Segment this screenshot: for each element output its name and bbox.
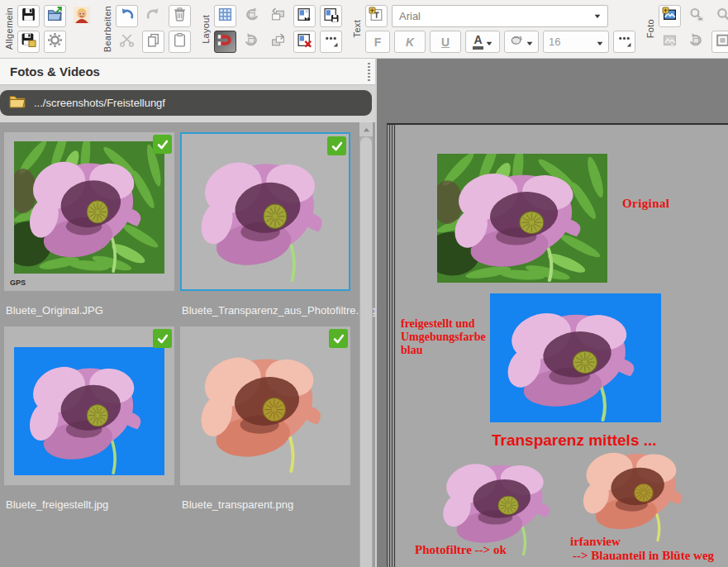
frame-photo-button[interactable] [711,31,728,53]
zoom-minus-icon [688,7,704,26]
album-page-canvas: Original freigestellt und Umgebungsfarbe… [377,59,728,567]
photos-panel-title: Fotos & Videos [0,64,100,79]
bring-forward-icon [270,32,286,51]
bring-forward-button[interactable] [267,31,289,53]
add-text-button[interactable] [365,5,388,27]
folder-path-text: .../screenshots/Freistellungf [34,97,165,109]
fill-color-button[interactable] [504,31,539,53]
toolbar-group-label: Foto [645,19,655,38]
canvas-flower-irfanview[interactable] [569,436,703,542]
canvas-flower-photofiltre[interactable] [428,447,573,556]
save-layout-button[interactable] [320,5,342,27]
add-photo-button[interactable] [659,5,681,27]
canvas-photo-blue-background[interactable] [490,293,661,422]
scrollbar-thumb[interactable] [360,137,372,567]
photo-thumbnail-2[interactable] [180,132,350,291]
font-size-select[interactable]: 16 [543,31,609,53]
apply-layout-button[interactable] [293,5,316,27]
zoom-in-photo-button[interactable] [711,5,728,27]
layout-more-button[interactable] [320,31,342,53]
text-more-button[interactable] [613,31,635,53]
chevron-down-icon[interactable] [597,35,603,50]
checkmark-badge [327,136,346,155]
add-text-icon [369,7,384,26]
photo-thumbnail-4[interactable] [180,326,350,485]
italic-button-label: K [406,36,414,49]
toolbar-group-text: TextArialFKUA16 [348,0,640,58]
annotation-freigestellt[interactable]: freigestellt und Umgebungsfarbe blau [401,317,486,357]
assistant-button[interactable] [70,5,93,27]
photo-cell: Bluete_transparent.png [180,326,350,512]
main-toolbar: AllgemeinBearbeitenLayoutTextArialFKUA16… [0,0,728,59]
annotation-irfanview[interactable]: irfanview [570,535,621,549]
snap-magnet-button[interactable] [214,31,236,53]
canvas-photo-original[interactable] [437,154,607,283]
undo-button[interactable] [116,5,138,27]
layout-save-icon [323,7,339,26]
photo-filename: Bluete_freigestellt.jpg [6,498,174,512]
add-photo-icon [662,7,678,26]
rotate-left-button[interactable] [240,5,263,27]
page-binding-edge [387,125,396,567]
toolbar-group-label: Layout [201,15,211,44]
folder-path-bar[interactable]: .../screenshots/Freistellungf [0,90,372,116]
rotate-photo-icon [688,32,704,51]
thumbnails-scrollbar[interactable] [359,122,373,567]
settings-button[interactable] [44,31,66,53]
grid-button[interactable] [214,5,236,27]
annotation-original[interactable]: Original [622,197,669,211]
thumbnail-image [14,141,164,274]
enhance-photo-button[interactable] [659,31,681,53]
rotate-photo-button[interactable] [685,31,707,53]
photo-thumbnail-3[interactable] [4,326,174,485]
save-button[interactable] [17,5,40,27]
chevron-down-icon[interactable] [486,35,492,50]
italic-button[interactable]: K [394,31,426,53]
photo-cell: Bluete_freigestellt.jpg [4,326,174,512]
toolbar-group-label: Text [352,20,362,37]
font-family-select[interactable]: Arial [392,5,608,27]
paste-button[interactable] [169,31,191,53]
underline-button-label: U [441,36,450,49]
rotate-right-icon [244,32,259,51]
bold-button-label: F [374,36,382,49]
send-backward-button[interactable] [267,5,289,27]
open-button[interactable] [44,5,66,27]
annotation-blauanteil[interactable]: --> Blauanteil in Blüte weg [573,549,714,563]
paste-icon [172,32,188,51]
save-as-button[interactable] [17,31,40,53]
toolbar-group-allgemein: Allgemein [0,0,97,58]
photo-thumbnail-1[interactable]: GPS [4,132,174,291]
panel-drag-handle-icon[interactable] [368,63,370,81]
font-color-icon: A [473,34,483,50]
more-icon [616,32,632,51]
zoom-out-photo-button[interactable] [685,5,707,27]
underline-button[interactable]: U [430,31,461,53]
photo-cell: Bluete_Transparenz_aus_Photofiltre.png [180,132,350,317]
bold-button[interactable]: F [365,31,390,53]
photos-panel: Fotos & Videos .../screenshots/Freistell… [0,59,377,567]
folder-icon [9,95,26,112]
copy-icon [145,32,161,51]
font-color-button[interactable]: A [465,31,500,53]
chevron-down-icon[interactable] [588,14,607,19]
chevron-down-icon[interactable] [526,35,533,50]
toolbar-group-label: Allgemein [4,7,14,50]
photo-gray-icon [662,32,678,51]
toolbar-group-foto: Foto [641,0,728,58]
delete-layout-button[interactable] [293,31,316,53]
magnet-icon [216,31,234,52]
thumbnail-area: GPSBluete_Original.JPGBluete_Transparenz… [0,122,375,567]
annotation-photofiltre[interactable]: Photofiltre --> ok [415,543,507,557]
checkmark-badge [329,329,348,348]
floppy-icon [21,7,36,26]
delete-button[interactable] [169,5,191,27]
cut-button[interactable] [116,31,138,53]
redo-button[interactable] [142,5,164,27]
gear-icon [47,32,63,51]
copy-button[interactable] [142,31,164,53]
gps-badge: GPS [10,279,26,287]
rotate-right-button[interactable] [240,31,263,53]
thumbnail-image [14,347,164,475]
scrollbar-up-icon[interactable] [359,122,373,136]
